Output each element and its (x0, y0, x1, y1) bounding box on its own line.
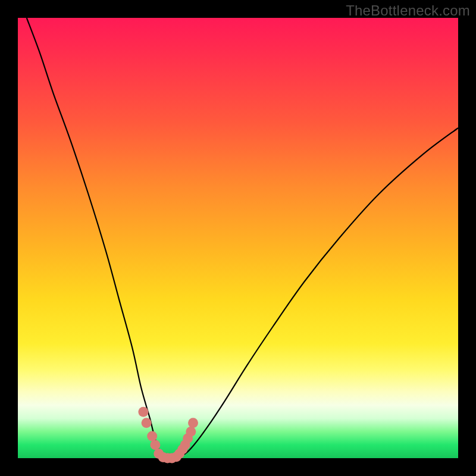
sample-point (138, 407, 148, 417)
sample-point (147, 431, 157, 441)
sample-point (188, 418, 198, 428)
bottleneck-curve (27, 18, 458, 458)
sample-point (150, 440, 160, 450)
sample-point (186, 427, 196, 437)
chart-frame: TheBottleneck.com (0, 0, 476, 476)
watermark-text: TheBottleneck.com (346, 2, 470, 19)
plot-area (18, 18, 458, 458)
sample-point (142, 418, 152, 428)
sample-points (138, 407, 198, 464)
curve-layer (18, 18, 458, 458)
